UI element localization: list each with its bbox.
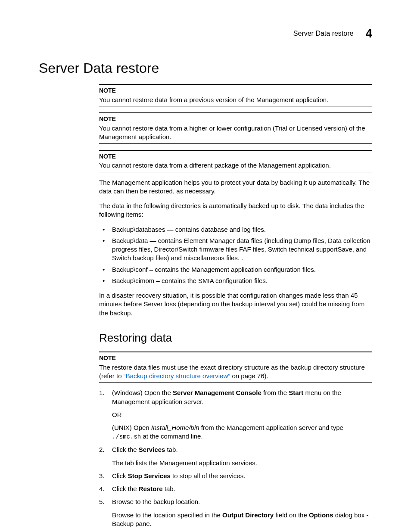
step-item: (Windows) Open the Server Management Con… xyxy=(99,389,372,441)
running-header: Server Data restore 4 xyxy=(293,27,372,40)
paragraph: The Management application helps you to … xyxy=(99,178,372,196)
paragraph: In a disaster recovery situation, it is … xyxy=(99,291,372,317)
note-label: NOTE xyxy=(99,87,372,95)
note-text: You cannot restore data from a different… xyxy=(99,161,372,170)
note-block: NOTE You cannot restore data from a high… xyxy=(99,112,372,143)
step-sub: (UNIX) Open Install_Home/bin from the Ma… xyxy=(112,423,372,441)
bold: Output Directory xyxy=(222,511,274,519)
text: Click the xyxy=(112,485,139,492)
note-label: NOTE xyxy=(99,152,372,161)
text: (Windows) Open the xyxy=(112,389,173,396)
step-item: Browse to the backup location. Browse to… xyxy=(99,498,372,528)
note-label: NOTE xyxy=(99,115,372,123)
rule xyxy=(99,150,372,151)
chapter-number: 4 xyxy=(365,27,372,40)
step-sub: The tab lists the Management application… xyxy=(112,459,372,467)
text: (UNIX) Open xyxy=(112,424,151,431)
note-text: The restore data files must use the exac… xyxy=(99,363,372,381)
note-block: NOTE You cannot restore data from a diff… xyxy=(99,150,372,172)
text: field on the xyxy=(274,511,309,519)
list-item: Backup\conf – contains the Management ap… xyxy=(99,265,372,274)
list-item: Backup\databases — contains database and… xyxy=(99,225,372,234)
rule xyxy=(99,112,372,113)
text: Click the xyxy=(112,446,139,453)
step-item: Click the Restore tab. xyxy=(99,485,372,493)
text: Browse to the backup location. xyxy=(112,498,200,505)
paragraph: The data in the following directories is… xyxy=(99,202,372,219)
running-title: Server Data restore xyxy=(293,30,354,37)
text: from the Management application server a… xyxy=(199,424,343,431)
list-item: Backup\data — contains Element Manager d… xyxy=(99,236,372,263)
note-text: You cannot restore data from a previous … xyxy=(99,96,372,104)
rule xyxy=(99,143,372,144)
step-list: (Windows) Open the Server Management Con… xyxy=(99,389,372,528)
note-block: NOTE You cannot restore data from a prev… xyxy=(99,84,372,106)
text: on page 76). xyxy=(230,372,268,380)
body-column: NOTE You cannot restore data from a prev… xyxy=(99,84,372,528)
rule xyxy=(99,106,372,106)
list-item: Backup\cimom – contains the SMIA configu… xyxy=(99,277,372,285)
page-title: Server Data restore xyxy=(39,60,372,76)
note-text: You cannot restore data from a higher or… xyxy=(99,124,372,142)
step-sub: Browse to the location specified in the … xyxy=(112,511,372,529)
note-block: NOTE The restore data files must use the… xyxy=(99,352,372,383)
italic: Install_Home/bin xyxy=(151,424,199,431)
bold: Services xyxy=(139,446,165,453)
subheading: Restoring data xyxy=(99,330,372,345)
bold: Restore xyxy=(139,485,163,492)
step-item: Click the Services tab. The tab lists th… xyxy=(99,445,372,467)
text: Click xyxy=(112,472,128,479)
bold: Stop Services xyxy=(128,472,171,479)
rule xyxy=(99,84,372,85)
note-label: NOTE xyxy=(99,354,372,362)
cross-reference-link[interactable]: “Backup directory structure overview” xyxy=(124,372,230,380)
text: at the command line. xyxy=(141,432,202,440)
bold: Server Management Console xyxy=(173,389,262,396)
step-item: Click Stop Services to stop all of the s… xyxy=(99,472,372,480)
rule xyxy=(99,172,372,172)
code: ./smc.sh xyxy=(112,433,141,440)
text: to stop all of the services. xyxy=(171,472,245,479)
page: Server Data restore 4 Server Data restor… xyxy=(0,0,411,532)
bold: Start xyxy=(289,389,303,396)
bold: Options xyxy=(309,511,333,519)
text: tab. xyxy=(165,446,177,453)
rule xyxy=(99,352,372,352)
text: Browse to the location specified in the xyxy=(112,511,222,519)
text: tab. xyxy=(163,485,175,492)
rule xyxy=(99,382,372,383)
step-sub: OR xyxy=(112,411,372,419)
text: from the xyxy=(262,389,289,396)
bullet-list: Backup\databases — contains database and… xyxy=(99,225,372,286)
